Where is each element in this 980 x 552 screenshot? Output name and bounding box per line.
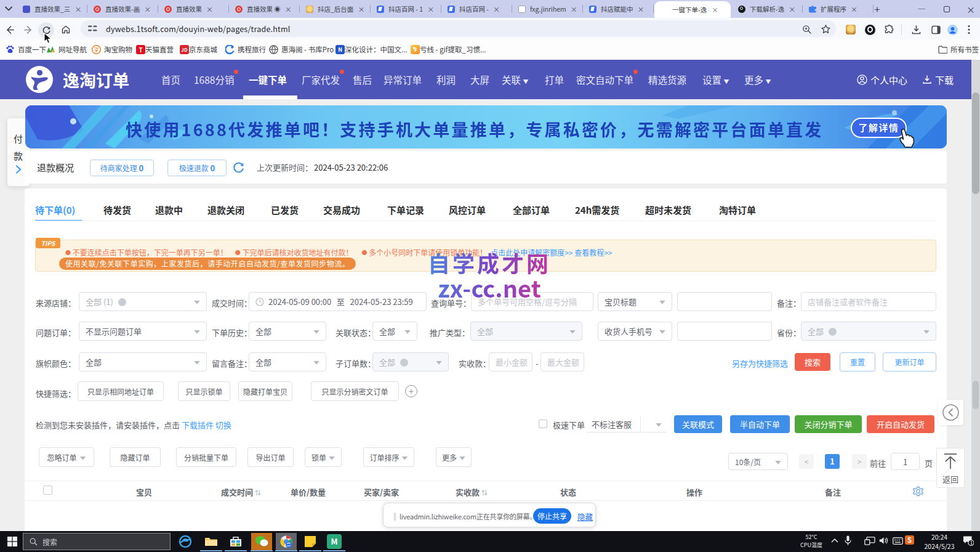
svg-text:1: 1: [970, 539, 973, 546]
